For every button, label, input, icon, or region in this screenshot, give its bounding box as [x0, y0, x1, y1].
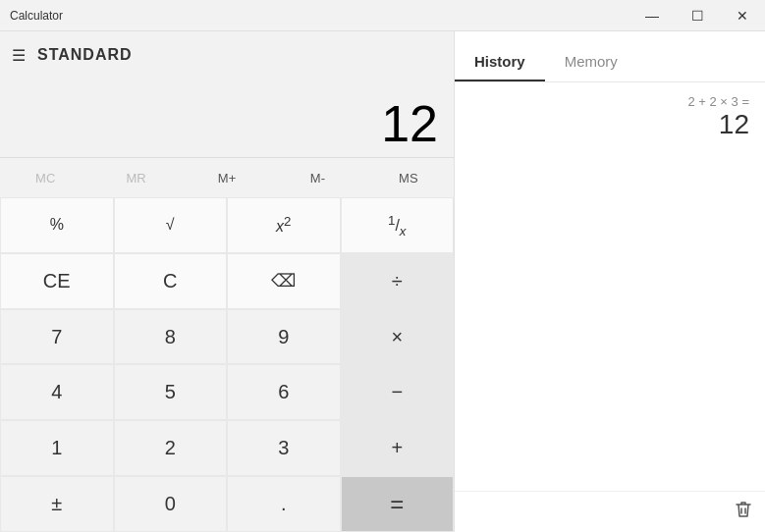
row-zero: ± 0 . = — [0, 476, 454, 532]
trash-icon — [734, 500, 753, 519]
backspace-button[interactable]: ⌫ — [227, 253, 341, 309]
history-panel: History Memory 2 + 2 × 3 = 12 — [454, 31, 765, 532]
sqrt-button[interactable]: √ — [114, 197, 228, 253]
equals-button[interactable]: = — [341, 476, 455, 532]
row-789: 7 8 9 × — [0, 309, 454, 365]
main-content: ☰ STANDARD 12 MC MR M+ M- MS % √ x2 1/x — [0, 31, 765, 532]
square-button[interactable]: x2 — [227, 197, 341, 253]
seven-button[interactable]: 7 — [0, 309, 114, 365]
mc-button[interactable]: MC — [0, 158, 90, 197]
history-expression: 2 + 2 × 3 = — [687, 94, 749, 109]
mr-button[interactable]: MR — [90, 158, 181, 197]
row-456: 4 5 6 − — [0, 364, 454, 420]
clear-history-button[interactable] — [734, 500, 753, 524]
decimal-button[interactable]: . — [227, 476, 341, 532]
eight-button[interactable]: 8 — [114, 309, 228, 365]
special-row: % √ x2 1/x — [0, 197, 454, 253]
maximize-button[interactable]: ☐ — [675, 0, 720, 31]
multiply-button[interactable]: × — [341, 309, 455, 365]
hamburger-icon[interactable]: ☰ — [12, 46, 26, 65]
history-content: 2 + 2 × 3 = 12 — [455, 82, 765, 491]
close-button[interactable]: ✕ — [720, 0, 765, 31]
add-button[interactable]: + — [341, 420, 455, 476]
app-title: Calculator — [10, 9, 63, 23]
percent-button[interactable]: % — [0, 197, 114, 253]
history-entry: 2 + 2 × 3 = 12 — [470, 94, 749, 140]
divide-button[interactable]: ÷ — [341, 253, 455, 309]
row-123: 1 2 3 + — [0, 420, 454, 476]
zero-button[interactable]: 0 — [114, 476, 228, 532]
ms-button[interactable]: MS — [363, 158, 454, 197]
display-value: 12 — [381, 98, 438, 149]
tab-history[interactable]: History — [455, 43, 545, 81]
calc-header: ☰ STANDARD — [0, 31, 454, 79]
mplus-button[interactable]: M+ — [182, 158, 272, 197]
calculator-panel: ☰ STANDARD 12 MC MR M+ M- MS % √ x2 1/x — [0, 31, 454, 532]
ce-button[interactable]: CE — [0, 253, 114, 309]
five-button[interactable]: 5 — [114, 364, 228, 420]
subtract-button[interactable]: − — [341, 364, 455, 420]
six-button[interactable]: 6 — [227, 364, 341, 420]
history-tabs: History Memory — [455, 31, 765, 82]
history-result: 12 — [719, 109, 749, 140]
calc-buttons: % √ x2 1/x CE C ⌫ ÷ 7 8 9 × 4 — [0, 197, 454, 532]
two-button[interactable]: 2 — [114, 420, 228, 476]
tab-memory[interactable]: Memory — [545, 43, 637, 81]
title-bar: Calculator — ☐ ✕ — [0, 0, 765, 31]
row-ce: CE C ⌫ ÷ — [0, 253, 454, 309]
minimize-button[interactable]: — — [629, 0, 675, 31]
three-button[interactable]: 3 — [227, 420, 341, 476]
reciprocal-button[interactable]: 1/x — [341, 197, 455, 253]
mminus-button[interactable]: M- — [272, 158, 362, 197]
history-footer — [455, 491, 765, 532]
c-button[interactable]: C — [114, 253, 228, 309]
calc-display: 12 — [0, 79, 454, 157]
window-controls: — ☐ ✕ — [629, 0, 765, 31]
calc-mode-label: STANDARD — [37, 46, 133, 64]
memory-row: MC MR M+ M- MS — [0, 157, 454, 197]
nine-button[interactable]: 9 — [227, 309, 341, 365]
negate-button[interactable]: ± — [0, 476, 114, 532]
four-button[interactable]: 4 — [0, 364, 114, 420]
one-button[interactable]: 1 — [0, 420, 114, 476]
